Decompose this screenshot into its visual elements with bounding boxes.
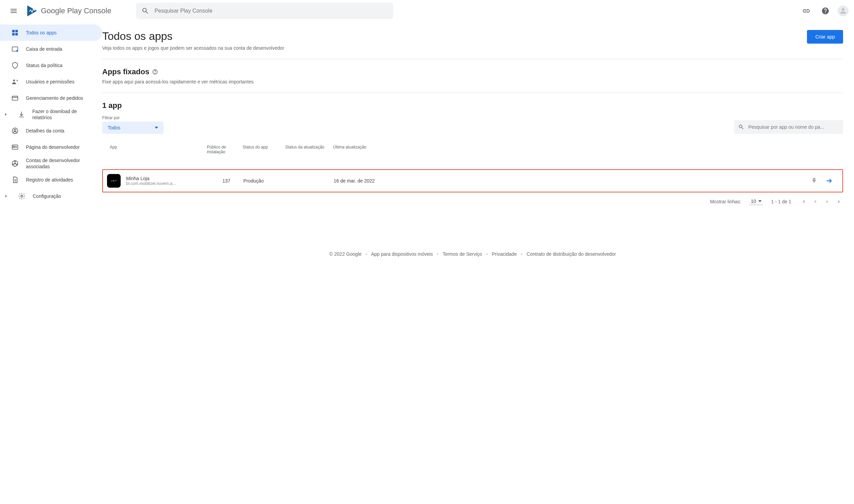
inbox-icon <box>11 45 19 53</box>
table-header: App Público de instalação Status do app … <box>102 145 843 158</box>
sidebar-item-label: Contas de desenvolvedor associadas <box>26 157 94 170</box>
arrow-right-icon <box>825 177 833 185</box>
document-icon <box>11 176 19 184</box>
sidebar-item-inbox[interactable]: Caixa de entrada <box>0 41 102 57</box>
search-icon <box>738 124 744 130</box>
page-last[interactable] <box>836 198 843 205</box>
help-circle-icon[interactable] <box>152 69 158 75</box>
shield-icon <box>11 61 19 69</box>
svg-point-24 <box>21 195 23 197</box>
footer-link-terms[interactable]: Termos de Serviço <box>443 251 482 257</box>
sidebar-item-label: Usuários e permissões <box>26 79 74 85</box>
pin-button[interactable] <box>811 178 817 184</box>
logo-text: Google Play Console <box>41 6 111 15</box>
cell-status: Produção <box>243 178 286 184</box>
menu-button[interactable] <box>5 3 22 19</box>
dropdown-icon <box>155 127 158 129</box>
help-button[interactable] <box>819 4 832 18</box>
app-name: Minha Loja <box>126 176 176 181</box>
dropdown-icon <box>758 200 762 202</box>
search-box[interactable] <box>136 3 393 19</box>
help-icon <box>821 7 829 15</box>
apps-icon <box>11 29 19 37</box>
filter-dropdown[interactable]: Todos <box>102 122 164 134</box>
sidebar-item-label: Página do desenvolvedor <box>26 144 80 150</box>
linked-icon <box>11 159 19 168</box>
svg-point-21 <box>13 164 14 165</box>
col-installs: Público de instalação <box>207 145 243 154</box>
devpage-icon <box>11 143 19 151</box>
account-icon <box>11 127 19 135</box>
svg-point-18 <box>14 163 16 164</box>
page-range: 1 - 1 de 1 <box>771 199 791 204</box>
svg-marker-1 <box>27 5 37 16</box>
footer-link-distribution[interactable]: Contrato de distribuição do desenvolvedo… <box>527 251 616 257</box>
sidebar-item-orders[interactable]: Gerenciamento de pedidos <box>0 90 102 106</box>
sidebar-item-label: Detalhes da conta <box>26 128 64 134</box>
sidebar-item-label: Gerenciamento de pedidos <box>26 95 83 101</box>
footer: © 2022 Google • App para dispositivos mó… <box>102 246 843 262</box>
search-input[interactable] <box>154 8 387 14</box>
filter-value: Todos <box>108 125 120 130</box>
app-package: br.com.mobilizei.nuvem.a… <box>126 181 176 186</box>
svg-rect-14 <box>13 146 15 147</box>
app-search-box[interactable] <box>734 120 843 134</box>
hamburger-icon <box>10 7 18 15</box>
svg-rect-3 <box>15 30 18 32</box>
users-icon <box>11 78 19 86</box>
sidebar-item-linked[interactable]: Contas de desenvolvedor associadas <box>0 155 102 172</box>
sidebar-item-label: Configuração <box>33 193 61 199</box>
download-icon <box>17 110 26 119</box>
link-icon <box>802 7 810 15</box>
pinned-desc: Fixe apps aqui para acessá-los rapidamen… <box>102 79 843 84</box>
logo[interactable]: Google Play Console <box>26 5 111 17</box>
page-first[interactable] <box>799 198 806 205</box>
sidebar: Todos os apps Caixa de entrada Status da… <box>0 22 102 262</box>
avatar[interactable] <box>838 5 849 16</box>
sidebar-item-label: Caixa de entrada <box>26 46 62 52</box>
footer-link-mobile[interactable]: App para dispositivos móveis <box>371 251 433 257</box>
rows-select[interactable]: 10 <box>749 198 763 205</box>
last-page-icon <box>836 198 843 205</box>
open-button[interactable] <box>825 177 833 185</box>
footer-link-privacy[interactable]: Privacidade <box>492 251 517 257</box>
sidebar-item-activity[interactable]: Registro de atividades <box>0 172 102 188</box>
sidebar-item-download[interactable]: Fazer o download de relatórios <box>0 106 102 123</box>
sidebar-item-account[interactable]: Detalhes da conta <box>0 123 102 139</box>
pinned-title: Apps fixados <box>102 67 843 76</box>
caret-right-icon <box>3 194 10 198</box>
caret-right-icon <box>3 113 9 116</box>
sidebar-item-policy[interactable]: Status da política <box>0 57 102 74</box>
play-logo-icon <box>26 5 38 17</box>
sidebar-item-label: Fazer o download de relatórios <box>32 108 94 121</box>
svg-rect-9 <box>12 96 18 100</box>
sidebar-item-users[interactable]: Usuários e permissões <box>0 74 102 90</box>
sidebar-item-all-apps[interactable]: Todos os apps <box>0 25 102 41</box>
app-search-input[interactable] <box>748 124 839 130</box>
svg-rect-2 <box>12 30 15 32</box>
table-row[interactable]: ▲◆▼ Minha Loja br.com.mobilizei.nuvem.a…… <box>103 170 842 192</box>
link-button[interactable] <box>799 4 813 18</box>
svg-point-26 <box>155 73 155 73</box>
card-icon <box>11 94 19 102</box>
sidebar-item-dev-page[interactable]: Página do desenvolvedor <box>0 139 102 155</box>
svg-point-12 <box>14 129 16 131</box>
create-app-button[interactable]: Criar app <box>807 30 843 44</box>
svg-point-19 <box>15 161 16 162</box>
divider <box>102 59 843 59</box>
apps-count-title: 1 app <box>102 101 843 110</box>
col-update-status: Status da atualização <box>285 145 333 154</box>
first-page-icon <box>799 198 806 205</box>
divider <box>102 93 843 93</box>
svg-rect-5 <box>15 33 18 35</box>
page-next[interactable] <box>824 198 831 205</box>
header: Google Play Console <box>0 0 854 22</box>
rows-label: Mostrar linhas: <box>710 199 741 204</box>
sidebar-item-label: Registro de atividades <box>26 177 73 183</box>
cell-last-update: 16 de mar. de 2022 <box>334 178 402 184</box>
sidebar-item-settings[interactable]: Configuração <box>0 188 102 204</box>
pagination: Mostrar linhas: 10 1 - 1 de 1 <box>102 198 843 205</box>
col-app: App <box>106 145 207 154</box>
cell-installs: 137 <box>208 178 243 184</box>
page-prev[interactable] <box>812 198 819 205</box>
